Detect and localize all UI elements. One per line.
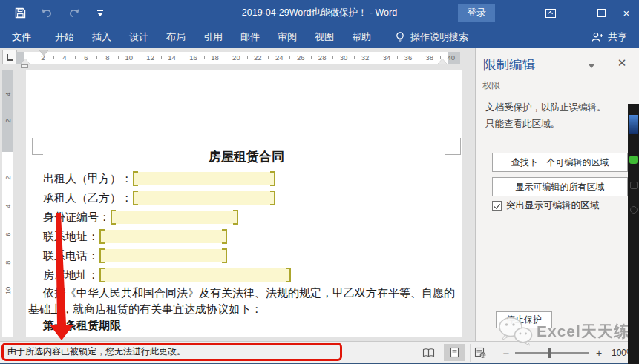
ruler-number: 26 bbox=[290, 53, 312, 62]
zoom-in-button[interactable]: + bbox=[591, 347, 607, 359]
ribbon-tab[interactable]: 帮助 bbox=[343, 26, 380, 48]
editable-field[interactable] bbox=[134, 191, 275, 205]
ribbon-tab[interactable]: 邮件 bbox=[232, 26, 269, 48]
form-row: 房屋地址： bbox=[43, 265, 450, 285]
field-label: 联系电话： bbox=[43, 249, 99, 263]
restrict-editing-panel: 限制编辑 ✕ 权限 文档受保护，以防止误编辑。 只能查看此区域。 查找下一个可编… bbox=[475, 48, 639, 341]
tab-stop-icon bbox=[7, 54, 13, 61]
ruler-number: 16 bbox=[183, 53, 204, 62]
tell-me-box[interactable]: 操作说明搜索 bbox=[395, 30, 468, 44]
ribbon-tab[interactable]: 开始 bbox=[46, 26, 83, 48]
word-window: 2019-04-29Word也能做保护！ - Word 登录 × 文件开始插入设… bbox=[0, 0, 639, 364]
watermark: Excel天天练 bbox=[496, 315, 630, 348]
zoom-out-button[interactable]: − bbox=[499, 347, 514, 360]
field-label: 出租人（甲方）： bbox=[43, 172, 132, 186]
wechat-tray-icon[interactable] bbox=[629, 156, 638, 164]
share-person-icon bbox=[591, 32, 603, 42]
form-row: 联系电话： bbox=[43, 246, 450, 265]
save-icon bbox=[15, 7, 26, 19]
form-row: 承租人（乙方）： bbox=[43, 188, 450, 208]
undo-button[interactable] bbox=[39, 4, 55, 22]
close-button[interactable]: × bbox=[614, 0, 639, 26]
ribbon-display-options-button[interactable] bbox=[538, 0, 563, 26]
contract-title: 房屋租赁合同 bbox=[43, 148, 450, 169]
view-buttons bbox=[418, 344, 491, 361]
ruler-number: 28 bbox=[312, 53, 333, 62]
read-mode-button[interactable] bbox=[418, 344, 439, 361]
ribbon-tab[interactable]: 布局 bbox=[157, 26, 194, 48]
redo-icon bbox=[68, 8, 80, 19]
panel-title: 限制编辑 bbox=[483, 56, 535, 73]
show-all-editable-regions-button[interactable]: 显示可编辑的所有区域 bbox=[492, 177, 628, 196]
quick-access-toolbar bbox=[12, 0, 108, 26]
field-label: 联系地址： bbox=[43, 230, 99, 244]
editable-field[interactable] bbox=[111, 211, 237, 224]
checkbox-label: 突出显示可编辑的区域 bbox=[506, 199, 599, 212]
ribbon-tab[interactable]: 设计 bbox=[120, 26, 157, 48]
permissions-section-label: 权限 bbox=[482, 79, 500, 92]
ruler-number: 6 bbox=[75, 53, 96, 62]
ribbon-tab[interactable]: 插入 bbox=[83, 26, 120, 48]
editable-field[interactable] bbox=[100, 249, 226, 262]
share-button[interactable]: 共享 bbox=[591, 26, 627, 48]
ribbon-tab[interactable]: 引用 bbox=[194, 26, 232, 48]
zoom-slider-thumb[interactable] bbox=[548, 348, 551, 358]
lightbulb-icon bbox=[395, 31, 405, 43]
form-row: 联系地址： bbox=[43, 227, 450, 246]
document-page[interactable]: 房屋租赁合同 出租人（甲方）：承租人（乙方）：身份证编号：联系地址：联系电话：房… bbox=[26, 70, 462, 337]
ruler-number: 6 bbox=[0, 229, 22, 239]
ribbon-tab[interactable]: 文件 bbox=[3, 26, 40, 48]
text-boundary-mark-left bbox=[32, 138, 43, 155]
vruler-numbers: 246810 bbox=[2, 164, 13, 305]
field-label: 承租人（乙方）： bbox=[43, 191, 132, 205]
ruler-number: 36 bbox=[397, 53, 419, 62]
ruler-number: 12 bbox=[140, 53, 161, 62]
paragraph-line: 基础上，就商店租赁的有关事宜达成协议如下： bbox=[28, 301, 450, 317]
zoom-slider[interactable] bbox=[515, 352, 589, 354]
customize-qat-icon bbox=[97, 10, 103, 11]
form-rows: 出租人（甲方）：承租人（乙方）：身份证编号：联系地址：联系电话：房屋地址： bbox=[43, 169, 450, 285]
form-row: 出租人（甲方）： bbox=[43, 169, 450, 188]
login-button[interactable]: 登录 bbox=[458, 4, 495, 22]
redo-button[interactable] bbox=[65, 4, 82, 22]
panel-menu-chevron-icon[interactable] bbox=[589, 64, 594, 68]
highlight-editable-checkbox[interactable] bbox=[492, 201, 502, 211]
find-next-editable-region-button[interactable]: 查找下一个可编辑的区域 bbox=[492, 153, 628, 172]
ruler-number: 20 bbox=[226, 53, 247, 62]
panel-separator bbox=[482, 96, 633, 96]
tab-stop-selector[interactable] bbox=[2, 50, 17, 64]
web-layout-button[interactable] bbox=[470, 344, 491, 361]
ribbon-tab[interactable]: 审阅 bbox=[269, 26, 306, 48]
horizontal-ruler[interactable]: 246810121416182022242628303234363840 bbox=[16, 52, 460, 64]
save-button[interactable] bbox=[12, 4, 28, 22]
window-controls: × bbox=[538, 0, 639, 26]
document-area: 246810121416182022242628303234363840 42 … bbox=[0, 48, 475, 341]
editable-field[interactable] bbox=[100, 268, 290, 282]
thumbnail-icon[interactable] bbox=[629, 115, 638, 134]
locked-content-message: 由于所选内容已被锁定，您无法进行此更改。 bbox=[4, 345, 186, 358]
form-row: 身份证编号： bbox=[43, 208, 450, 227]
minimize-button[interactable] bbox=[563, 0, 589, 26]
customize-qat-button[interactable] bbox=[92, 4, 108, 22]
ribbon-tab[interactable]: 视图 bbox=[306, 26, 343, 48]
red-highlight-annotation: 由于所选内容已被锁定，您无法进行此更改。 bbox=[1, 343, 342, 361]
tray-icon[interactable] bbox=[630, 206, 638, 214]
maximize-button[interactable] bbox=[589, 0, 614, 26]
paragraph-line: 依据《中华人民共和国合同法》及有关法律、法规的规定，甲乙双方在平等、自愿的 bbox=[43, 285, 450, 301]
status-bar-separator bbox=[470, 344, 471, 362]
field-label: 身份证编号： bbox=[43, 211, 110, 225]
chevron-down-icon bbox=[97, 13, 103, 16]
tray-icon[interactable] bbox=[630, 182, 638, 189]
panel-close-button[interactable]: ✕ bbox=[614, 55, 630, 71]
hanging-indent-marker[interactable] bbox=[21, 59, 30, 64]
editable-field[interactable] bbox=[100, 230, 226, 243]
protection-description: 文档受保护，以防止误编辑。 bbox=[485, 102, 606, 114]
print-layout-button[interactable] bbox=[444, 344, 465, 361]
left-indent-marker[interactable] bbox=[21, 64, 28, 68]
right-indent-marker[interactable] bbox=[438, 59, 447, 64]
document-content: 房屋租赁合同 出租人（甲方）：承租人（乙方）：身份证编号：联系地址：联系电话：房… bbox=[43, 148, 450, 334]
editable-field[interactable] bbox=[134, 172, 275, 185]
undo-icon bbox=[41, 8, 53, 19]
first-line-indent-marker[interactable] bbox=[39, 50, 48, 56]
vertical-ruler[interactable]: 42 246810 bbox=[2, 70, 13, 337]
